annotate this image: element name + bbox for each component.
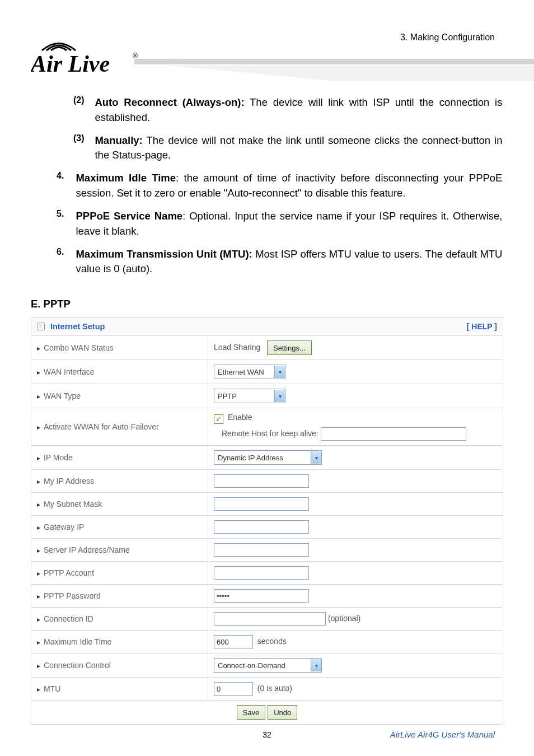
internet-setup-table: Internet Setup [ HELP ] ▸Combo WAN Statu… — [31, 317, 503, 725]
body-text: (2) Auto Reconnect (Always-on): The devi… — [31, 95, 503, 725]
brand-logo: Air Live ® — [31, 34, 143, 77]
row-label: WAN Interface — [44, 367, 95, 376]
caret-icon: ▸ — [37, 685, 40, 693]
chevron-down-icon: ▾ — [274, 366, 285, 378]
table-row: ▸Connection Control Connect-on-Demand ▾ — [31, 654, 503, 678]
connection-control-select[interactable]: Connect-on-Demand ▾ — [214, 658, 322, 673]
ip-mode-select[interactable]: Dynamic IP Address ▾ — [214, 450, 322, 465]
bold-text: Maximum Transmission Unit (MTU): — [76, 248, 252, 260]
bold-text: Manually: — [95, 134, 142, 146]
max-idle-input[interactable] — [214, 635, 253, 648]
table-row: ▸Activate WWAN for Auto-Failover ✓ Enabl… — [31, 408, 503, 446]
row-label: My IP Address — [44, 477, 94, 486]
table-row: ▸Maximum Idle Time seconds — [31, 631, 503, 654]
caret-icon: ▸ — [37, 615, 40, 623]
connection-id-input[interactable] — [214, 612, 326, 626]
row-label: Connection ID — [44, 614, 93, 623]
caret-icon: ▸ — [37, 547, 40, 554]
caret-icon: ▸ — [37, 662, 40, 670]
table-row: ▸My Subnet Mask — [31, 493, 503, 516]
page-footer: 32 AirLive Air4G User's Manual — [0, 730, 534, 739]
row-label: My Subnet Mask — [44, 500, 102, 508]
header-divider — [134, 53, 534, 84]
seconds-label: seconds — [257, 637, 287, 646]
panel-title: Internet Setup — [50, 322, 105, 331]
chevron-down-icon: ▾ — [311, 451, 321, 464]
svg-text:Air Live: Air Live — [31, 51, 110, 77]
table-row: ▸Combo WAN Status Load Sharing Settings.… — [31, 336, 503, 360]
row-label: PPTP Password — [44, 591, 101, 600]
panel-icon — [37, 323, 45, 330]
settings-button[interactable]: Settings... — [267, 340, 312, 355]
row-label: Gateway IP — [44, 522, 84, 531]
wan-interface-select[interactable]: Ethernet WAN ▾ — [214, 365, 285, 379]
chevron-down-icon: ▾ — [274, 390, 285, 402]
row-label: Combo WAN Status — [44, 343, 114, 352]
table-row: ▸IP Mode Dynamic IP Address ▾ — [31, 446, 503, 470]
row-label: MTU — [44, 684, 60, 693]
section-heading: E. PPTP — [31, 298, 503, 310]
enable-label: Enable — [228, 413, 252, 422]
caret-icon: ▸ — [37, 368, 40, 376]
table-row: ▸WAN Type PPTP ▾ — [31, 384, 503, 408]
bold-text: Auto Reconnect (Always-on): — [95, 96, 244, 108]
remote-host-input[interactable] — [321, 427, 466, 441]
caret-icon: ▸ — [37, 454, 40, 462]
caret-icon: ▸ — [37, 570, 40, 577]
remote-host-label: Remote Host for keep alive: — [222, 429, 318, 438]
enable-checkbox[interactable]: ✓ — [214, 414, 223, 424]
row-label: Activate WWAN for Auto-Failover — [44, 422, 159, 431]
row-label: Connection Control — [44, 661, 111, 670]
mtu-note: (0 is auto) — [257, 684, 292, 693]
table-row: Save Undo — [31, 701, 503, 725]
optional-label: (optional) — [328, 614, 360, 623]
table-row: ▸PPTP Password — [31, 585, 503, 608]
bold-text: Maximum Idle Time — [76, 172, 176, 184]
pptp-password-input[interactable] — [214, 589, 309, 603]
combo-mode-text: Load Sharing — [214, 343, 260, 352]
list-num: 4. — [57, 171, 73, 181]
text: The device will not make the link until … — [95, 134, 502, 161]
undo-button[interactable]: Undo — [268, 705, 297, 720]
bold-text: PPPoE Service Name — [76, 210, 182, 222]
svg-marker-3 — [168, 66, 534, 81]
row-label: WAN Type — [44, 391, 81, 400]
table-row: ▸Gateway IP — [31, 516, 503, 539]
doc-title: AirLive Air4G User's Manual — [390, 730, 495, 739]
caret-icon: ▸ — [37, 478, 40, 486]
my-ip-input[interactable] — [214, 474, 309, 488]
caret-icon: ▸ — [37, 524, 40, 531]
save-button[interactable]: Save — [237, 705, 266, 720]
my-subnet-input[interactable] — [214, 497, 309, 511]
caret-icon: ▸ — [37, 423, 40, 431]
row-label: PPTP Account — [44, 568, 94, 577]
caret-icon: ▸ — [37, 638, 40, 646]
table-row: ▸My IP Address — [31, 470, 503, 493]
table-row: ▸WAN Interface Ethernet WAN ▾ — [31, 360, 503, 384]
gateway-input[interactable] — [214, 520, 309, 534]
list-num: (2) — [73, 95, 92, 105]
table-row: ▸Server IP Address/Name — [31, 539, 503, 562]
table-row: ▸Connection ID (optional) — [31, 608, 503, 631]
mtu-input[interactable] — [214, 682, 253, 696]
chapter-label: 3. Making Configuration — [400, 32, 495, 43]
caret-icon: ▸ — [37, 393, 40, 400]
page-header: 3. Making Configuration Air Live ® — [0, 0, 534, 84]
help-link[interactable]: [ HELP ] — [467, 322, 497, 331]
table-row: ▸MTU (0 is auto) — [31, 678, 503, 701]
wan-type-select[interactable]: PPTP ▾ — [214, 389, 285, 403]
caret-icon: ▸ — [37, 592, 40, 600]
pptp-account-input[interactable] — [214, 566, 309, 580]
list-num: 5. — [57, 209, 73, 219]
caret-icon: ▸ — [37, 344, 40, 352]
list-num: 6. — [57, 247, 73, 257]
row-label: Maximum Idle Time — [44, 637, 111, 646]
row-label: Server IP Address/Name — [44, 545, 130, 554]
server-ip-input[interactable] — [214, 543, 309, 557]
table-row: ▸PPTP Account — [31, 562, 503, 585]
list-num: (3) — [73, 133, 92, 143]
caret-icon: ▸ — [37, 501, 40, 508]
row-label: IP Mode — [44, 453, 73, 462]
chevron-down-icon: ▾ — [311, 659, 321, 671]
svg-marker-2 — [134, 59, 534, 64]
